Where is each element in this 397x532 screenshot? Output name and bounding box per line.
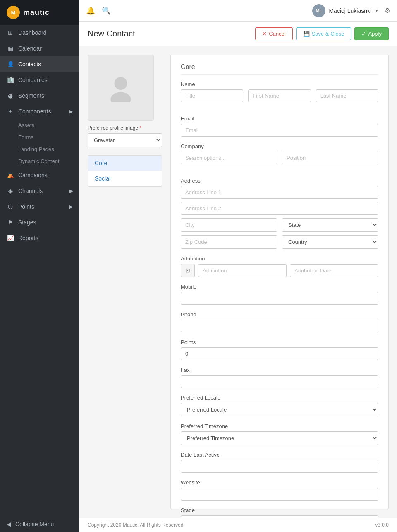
first-name-input[interactable] [248,89,311,102]
attribution-icon-button[interactable]: ⊡ [181,264,195,277]
page-header: New Contact ✕ Cancel 💾 Save & Close ✓ Ap… [79,22,397,46]
notification-icon[interactable]: 🔔 [86,6,95,15]
country-select[interactable]: Country [282,235,378,249]
preferred-timezone-group: Preferred Timezone Preferred Timezone [181,423,378,445]
first-name-group [248,89,311,102]
sidebar-item-label: Calendar [18,45,42,52]
website-input[interactable] [181,488,378,501]
position-input[interactable] [282,152,378,164]
campaigns-icon: ⛺ [7,172,14,178]
page-title: New Contact [88,29,135,39]
footer-version: v3.0.0 [375,522,389,528]
sidebar-logo[interactable]: M mautic [0,0,79,25]
settings-icon[interactable]: ⚙ [385,7,390,14]
footer: Copyright 2020 Mautic. All Rights Reserv… [79,518,397,532]
address-group: Address State Country [181,178,378,249]
calendar-icon: ▦ [7,45,14,52]
section-title: Core [181,63,378,75]
sidebar-item-companies[interactable]: 🏢 Companies [0,72,79,88]
sidebar-item-label: Points [18,203,34,210]
collapse-menu-button[interactable]: ◀ Collapse Menu [0,516,79,532]
name-group: Name [181,81,378,109]
date-last-active-input[interactable] [181,460,378,473]
user-name: Maciej Lukiasnki [329,7,371,14]
position-group [282,152,378,164]
sidebar-item-contacts[interactable]: 👤 Contacts [0,56,79,72]
header-actions: ✕ Cancel 💾 Save & Close ✓ Apply [255,27,389,40]
phone-input[interactable] [181,320,378,332]
svg-point-0 [115,77,127,90]
sidebar-item-channels[interactable]: ◈ Channels ▶ [0,183,79,199]
sidebar-sub-item-forms[interactable]: Forms [18,131,79,143]
apply-button[interactable]: ✓ Apply [354,27,389,40]
save-close-button[interactable]: 💾 Save & Close [296,27,352,40]
preferred-locale-select[interactable]: Preferred Locale [181,403,378,416]
sidebar-item-segments[interactable]: ◕ Segments [0,88,79,104]
topbar-user[interactable]: ML Maciej Lukiasnki ▼ [312,4,379,17]
points-icon: ⬡ [7,203,14,210]
email-label: Email [181,116,378,122]
fax-input[interactable] [181,375,378,388]
profile-image-select[interactable]: Gravatar [88,133,162,147]
points-input[interactable] [181,347,378,360]
fax-group: Fax [181,367,378,388]
address-line1-input[interactable] [181,186,378,199]
points-group: Points [181,339,378,360]
city-input[interactable] [181,218,277,232]
date-last-active-label: Date Last Active [181,452,378,458]
sidebar-item-points[interactable]: ⬡ Points ▶ [0,199,79,214]
last-name-input[interactable] [316,89,378,102]
save-icon: 💾 [303,31,310,37]
sidebar-logo-text: mautic [23,8,50,17]
zip-input[interactable] [181,235,277,249]
nav-panel: Core Social [88,155,162,187]
left-panel: Preferred profile image * Gravatar Core … [88,55,162,509]
company-search-input[interactable] [181,152,277,164]
cancel-button[interactable]: ✕ Cancel [255,27,292,40]
nav-panel-item-core[interactable]: Core [88,156,162,171]
sidebar-item-reports[interactable]: 📈 Reports [0,230,79,246]
address-line2-input[interactable] [181,202,378,215]
zip-country-row: Country [181,235,378,249]
sidebar-item-calendar[interactable]: ▦ Calendar [0,41,79,56]
company-search-group [181,152,277,164]
email-group: Email [181,116,378,137]
profile-image-box [88,55,154,121]
stage-group: Stage Choose one... [181,507,378,518]
sidebar-sub-item-landing-pages[interactable]: Landing Pages [18,143,79,155]
sidebar-item-label: Segments [18,92,44,99]
preferred-timezone-select[interactable]: Preferred Timezone [181,431,378,445]
check-icon: ✓ [361,31,366,37]
sidebar-item-campaigns[interactable]: ⛺ Campaigns [0,167,79,183]
state-select[interactable]: State [282,218,378,232]
preferred-locale-group: Preferred Locale Preferred Locale [181,395,378,416]
sidebar-sub-item-assets[interactable]: Assets [18,119,79,131]
sidebar-item-label: Contacts [18,61,41,67]
city-state-row: State [181,218,378,232]
sidebar-item-components[interactable]: ✦ Components ▶ [0,104,79,119]
email-input[interactable] [181,124,378,137]
name-label: Name [181,81,378,87]
attribution-input[interactable] [198,264,287,277]
mobile-input[interactable] [181,292,378,305]
avatar: ML [312,4,325,17]
mobile-label: Mobile [181,284,378,290]
cancel-x-icon: ✕ [262,31,267,37]
search-icon[interactable]: 🔍 [102,6,111,15]
company-label: Company [181,143,378,149]
sidebar-item-label: Dashboard [18,29,47,36]
topbar-icons: 🔔 🔍 [86,6,312,15]
user-dropdown-icon: ▼ [375,8,379,13]
last-name-group [316,89,378,102]
title-input[interactable] [181,89,243,102]
nav-panel-item-social[interactable]: Social [88,171,162,186]
stage-label: Stage [181,507,378,513]
sidebar-item-label: Channels [18,188,43,194]
attribution-date-input[interactable] [290,264,378,277]
sidebar-item-dashboard[interactable]: ⊞ Dashboard [0,25,79,41]
website-label: Website [181,479,378,486]
sidebar-item-stages[interactable]: ⚑ Stages [0,214,79,230]
topbar: 🔔 🔍 ML Maciej Lukiasnki ▼ ⚙ [79,0,397,22]
sidebar-sub-item-dynamic-content[interactable]: Dynamic Content [18,155,79,167]
svg-point-1 [111,92,131,103]
